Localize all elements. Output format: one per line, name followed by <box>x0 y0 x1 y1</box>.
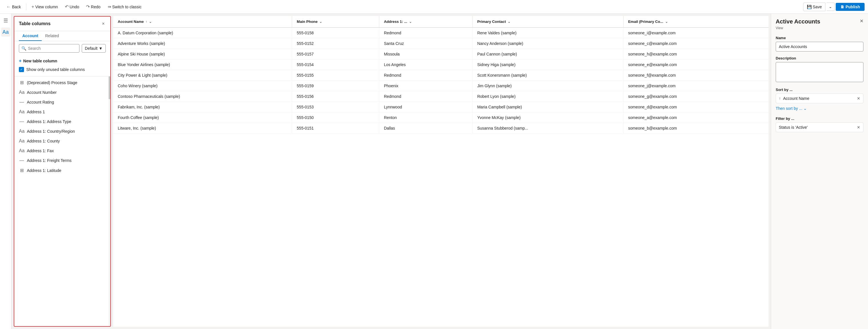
hamburger-icon[interactable]: ☰ <box>1 16 10 25</box>
topbar-right: 💾 Save ⌄ 🗎 Publish <box>803 3 865 11</box>
chevron-down-icon: ⌄ <box>507 20 510 24</box>
unused-label: Show only unused table columns <box>26 67 85 72</box>
cell-email: someone_a@example.com <box>623 112 769 123</box>
name-input[interactable] <box>776 42 863 52</box>
col-label: Address 1: Country/Region <box>27 129 75 134</box>
th-email[interactable]: Email (Primary Co... ⌄ <box>623 16 769 27</box>
filter-item: Status is 'Active' ✕ <box>776 122 863 132</box>
table-row[interactable]: Alpine Ski House (sample) 555-0157 Misso… <box>113 49 769 59</box>
then-sort-label: Then sort by ... <box>776 106 802 111</box>
cell-address: Redmond <box>379 91 473 102</box>
publish-label: Publish <box>845 5 860 9</box>
table-row[interactable]: Fourth Coffee (sample) 555-0150 Renton Y… <box>113 112 769 123</box>
cell-email: someone_j@example.com <box>623 81 769 91</box>
grid-icon: ⊞ <box>19 168 25 173</box>
save-button[interactable]: 💾 Save <box>803 3 826 11</box>
list-item[interactable]: Aa Address 1: County <box>14 136 110 146</box>
cell-contact: Scott Konersmann (sample) <box>472 70 623 81</box>
col-label: Address 1 <box>27 110 45 114</box>
tab-account-label: Account <box>22 33 38 38</box>
cell-contact: Robert Lyon (sample) <box>472 91 623 102</box>
right-panel-close-button[interactable]: ✕ <box>860 18 863 24</box>
tab-account[interactable]: Account <box>19 31 42 41</box>
text-icon: Aa <box>19 129 25 134</box>
col-header-label: Main Phone <box>297 20 317 24</box>
cell-phone: 555-0152 <box>292 38 379 49</box>
default-dropdown[interactable]: Default ▼ <box>82 44 106 53</box>
filter-item-close-button[interactable]: ✕ <box>857 125 860 130</box>
list-item[interactable]: ― Address 1: Freight Terms <box>14 156 110 165</box>
cell-email: someone_f@example.com <box>623 70 769 81</box>
cell-address: Phoenix <box>379 81 473 91</box>
back-button[interactable]: ← Back <box>3 3 24 11</box>
undo-button[interactable]: ↶ Undo <box>62 2 82 11</box>
th-main-phone[interactable]: Main Phone ⌄ <box>292 16 379 27</box>
topbar: ← Back + View column ↶ Undo ↷ Redo ⇸ Swi… <box>0 0 868 14</box>
list-item[interactable]: Aa Address 1: Country/Region <box>14 127 110 136</box>
table-row[interactable]: City Power & Light (sample) 555-0155 Red… <box>113 70 769 81</box>
sort-item-close-button[interactable]: ✕ <box>857 96 860 101</box>
filter-field-label: Filter by ... <box>776 116 863 121</box>
table-header-row: Account Name ↑ ⌄ Main Phone ⌄ <box>113 16 769 27</box>
list-item[interactable]: ⊞ Address 1: Latitude <box>14 165 110 175</box>
table-row[interactable]: Contoso Pharmaceuticals (sample) 555-015… <box>113 91 769 102</box>
col-header-label: Address 1: ... <box>384 20 407 24</box>
search-input[interactable] <box>28 46 77 51</box>
save-dropdown-button[interactable]: ⌄ <box>827 3 835 11</box>
list-item[interactable]: Aa Address 1: Fax <box>14 146 110 156</box>
switch-classic-button[interactable]: ⇸ Switch to classic <box>104 2 145 11</box>
cell-contact: Jim Glynn (sample) <box>472 81 623 91</box>
cell-phone: 555-0155 <box>292 70 379 81</box>
redo-button[interactable]: ↷ Redo <box>83 2 103 11</box>
text-icon[interactable]: Aa <box>1 27 10 37</box>
cell-address: Lynnwood <box>379 102 473 112</box>
table-row[interactable]: Fabrikam, Inc. (sample) 555-0153 Lynnwoo… <box>113 102 769 112</box>
chevron-down-icon: ⌄ <box>409 20 412 24</box>
list-item[interactable]: ― Account Rating <box>14 97 110 107</box>
col-header-label: Email (Primary Co... <box>628 20 663 24</box>
cell-phone: 555-0156 <box>292 91 379 102</box>
cell-account-name: Fourth Coffee (sample) <box>113 112 292 123</box>
unused-checkbox[interactable]: ✓ Show only unused table columns <box>19 65 106 74</box>
cell-contact: Maria Campbell (sample) <box>472 102 623 112</box>
cell-account-name: Coho Winery (sample) <box>113 81 292 91</box>
list-item[interactable]: ⊞ (Deprecated) Process Stage <box>14 78 110 87</box>
table-row[interactable]: Coho Winery (sample) 555-0159 Phoenix Ji… <box>113 81 769 91</box>
cell-contact: Paul Cannon (sample) <box>472 49 623 59</box>
new-column-button[interactable]: + New table column <box>19 57 57 65</box>
panel-close-button[interactable]: × <box>101 20 106 27</box>
cell-address: Missoula <box>379 49 473 59</box>
view-column-button[interactable]: + View column <box>29 3 61 11</box>
description-textarea[interactable] <box>776 62 863 82</box>
main-content: Account Name ↑ ⌄ Main Phone ⌄ <box>113 14 771 329</box>
then-sort-button[interactable]: Then sort by ... ⌄ <box>776 105 807 112</box>
tab-related[interactable]: Related <box>42 31 62 41</box>
list-item[interactable]: Aa Account Number <box>14 87 110 97</box>
th-account-name[interactable]: Account Name ↑ ⌄ <box>113 16 292 27</box>
cell-email: someone_g@example.com <box>623 91 769 102</box>
table-row[interactable]: Adventure Works (sample) 555-0152 Santa … <box>113 38 769 49</box>
table-row[interactable]: Blue Yonder Airlines (sample) 555-0154 L… <box>113 59 769 70</box>
list-item[interactable]: ― Address 1: Address Type <box>14 117 110 127</box>
sort-field-label: Sort by ... <box>776 87 863 92</box>
sort-item: ↑ Account Name ✕ <box>776 93 863 103</box>
publish-button[interactable]: 🗎 Publish <box>836 3 865 11</box>
save-icon: 💾 <box>807 5 812 9</box>
sort-up-icon: ↑ <box>779 96 781 101</box>
filter-item-label: Status is 'Active' <box>779 125 857 130</box>
th-primary-contact[interactable]: Primary Contact ⌄ <box>472 16 623 27</box>
th-address[interactable]: Address 1: ... ⌄ <box>379 16 473 27</box>
cell-contact: Sidney Higa (sample) <box>472 59 623 70</box>
right-panel: Active Accounts ✕ View Name Description … <box>771 14 868 329</box>
dash-icon: ― <box>19 100 25 105</box>
cell-address: Dallas <box>379 123 473 134</box>
cell-account-name: City Power & Light (sample) <box>113 70 292 81</box>
table-row[interactable]: Litware, Inc. (sample) 555-0151 Dallas S… <box>113 123 769 134</box>
chevron-down-icon: ⌄ <box>665 20 668 24</box>
list-item[interactable]: Aa Address 1 <box>14 107 110 117</box>
columns-list: ⊞ (Deprecated) Process Stage Aa Account … <box>14 76 110 326</box>
tab-related-label: Related <box>45 33 59 38</box>
cell-email: someone_h@example.com <box>623 49 769 59</box>
table-row[interactable]: A. Datum Corporation (sample) 555-0158 R… <box>113 27 769 38</box>
scrollbar-thumb[interactable] <box>108 76 110 99</box>
